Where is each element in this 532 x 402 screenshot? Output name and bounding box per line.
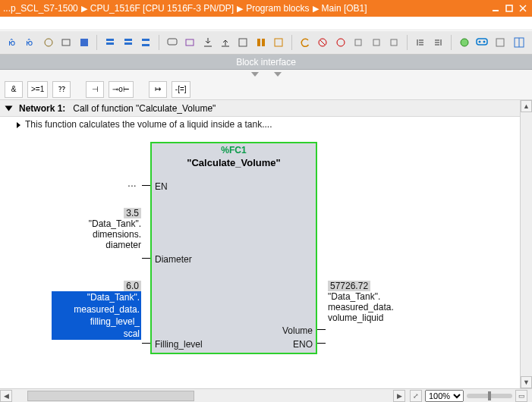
zoom-reset-button[interactable]: ▭	[515, 390, 527, 402]
fc-block[interactable]: %FC1 "Calculate_Volume" EN Diameter Fill…	[150, 142, 317, 354]
expand-icon[interactable]	[5, 105, 13, 111]
tool-icon[interactable]	[40, 34, 56, 51]
block-interface-header[interactable]: Block interface	[0, 55, 532, 70]
branch-button[interactable]: ↦	[149, 81, 167, 98]
ellipsis-input[interactable]: ...	[127, 177, 137, 189]
coil-button[interactable]: -[=]	[172, 81, 190, 98]
svg-point-25	[337, 39, 345, 46]
tool-icon[interactable]	[386, 34, 402, 51]
interface-collapse-row[interactable]	[0, 70, 532, 79]
pin-eno[interactable]: ENO	[293, 339, 313, 350]
tag-line-selected: scal	[52, 328, 141, 340]
tag-line-selected: filling_level_	[52, 316, 141, 328]
empty-box-button[interactable]: ⁇	[52, 81, 71, 98]
tag-value: 3.5	[124, 208, 141, 218]
svg-rect-14	[142, 44, 150, 46]
breadcrumb-segment[interactable]: CPU_1516F [CPU 1516F-3 PN/DP]	[90, 3, 234, 14]
tag-value: 6.0	[124, 281, 141, 291]
scroll-right-button[interactable]: ▶	[393, 390, 405, 402]
minimize-button[interactable]	[490, 3, 502, 14]
scroll-up-button[interactable]: ▲	[521, 100, 532, 112]
scroll-track[interactable]	[12, 390, 393, 402]
svg-rect-9	[106, 39, 114, 41]
svg-point-6	[45, 39, 52, 46]
tag-line-selected: measured_data.	[52, 303, 141, 316]
tool-icon[interactable]	[368, 34, 384, 51]
main-toolbar: ю̂ ю̂	[0, 30, 532, 55]
pin-volume[interactable]: Volume	[282, 325, 313, 336]
goto-next-icon[interactable]: ю̂	[22, 34, 38, 51]
network-title: Call of function "Calculate_Volume"	[73, 103, 216, 114]
scroll-down-button[interactable]: ▼	[521, 376, 532, 388]
svg-rect-27	[373, 39, 379, 46]
close-button[interactable]	[517, 3, 529, 14]
scroll-track[interactable]	[521, 112, 532, 376]
breadcrumb-sep: ▶	[81, 4, 87, 14]
tag-line: diameter	[67, 240, 141, 250]
fbd-canvas[interactable]: %FC1 "Calculate_Volume" EN Diameter Fill…	[0, 131, 520, 382]
svg-rect-19	[239, 39, 247, 46]
insert-row-icon[interactable]	[102, 34, 118, 51]
pin-diameter[interactable]: Diameter	[155, 254, 192, 265]
svg-rect-38	[477, 39, 487, 45]
pin-filling[interactable]: Filling_level	[155, 339, 203, 350]
svg-rect-12	[124, 42, 132, 45]
breadcrumb-segment[interactable]: ...p_SCL_S7-1500	[3, 3, 78, 14]
save-icon[interactable]	[76, 34, 92, 51]
tool-icon[interactable]	[253, 34, 269, 51]
refresh-icon[interactable]	[297, 34, 313, 51]
wire	[317, 343, 326, 344]
insert-row-icon[interactable]	[120, 34, 136, 51]
zoom-fit-button[interactable]: ⤢	[410, 390, 422, 402]
input-tag-diameter[interactable]: 3.5 "Data_Tank". dimensions. diameter	[67, 208, 141, 250]
network-editor[interactable]: Network 1: Call of function "Calculate_V…	[0, 100, 520, 388]
breadcrumb-segment[interactable]: Program blocks	[246, 3, 309, 14]
layout-icon[interactable]	[511, 34, 527, 51]
tool-icon[interactable]	[235, 34, 251, 51]
upload-icon[interactable]	[217, 34, 233, 51]
breadcrumb-segment[interactable]: Main [OB1]	[322, 3, 367, 14]
network-description: This function calculates the volume of a…	[25, 119, 272, 130]
tool-icon[interactable]	[58, 34, 74, 51]
wire	[317, 329, 326, 330]
scroll-thumb[interactable]	[27, 391, 194, 401]
spacer-row	[0, 17, 532, 30]
tag-line: measured_data.	[328, 302, 419, 312]
tool-icon[interactable]	[271, 34, 287, 51]
goto-prev-icon[interactable]: ю̂	[5, 34, 20, 51]
delete-icon[interactable]	[315, 34, 331, 51]
zoom-select[interactable]: 100%	[425, 390, 464, 402]
svg-line-24	[320, 40, 325, 45]
or-instruction-button[interactable]: >=1	[27, 81, 48, 98]
network-description-row[interactable]: This function calculates the volume of a…	[0, 117, 520, 131]
insert-row-icon[interactable]	[137, 34, 153, 51]
download-icon[interactable]	[200, 34, 216, 51]
maximize-button[interactable]	[503, 3, 515, 14]
tool-icon[interactable]	[332, 34, 348, 51]
svg-rect-28	[391, 39, 397, 46]
chart-icon[interactable]	[456, 34, 472, 51]
input-tag-filling-level[interactable]: 6.0 "Data_Tank". measured_data. filling_…	[52, 281, 141, 340]
output-tag-volume[interactable]: 57726.72 "Data_Tank". measured_data. vol…	[328, 281, 419, 323]
expand-icon[interactable]	[17, 122, 20, 128]
tool-icon[interactable]	[492, 34, 508, 51]
network-header[interactable]: Network 1: Call of function "Calculate_V…	[0, 100, 520, 117]
and-instruction-button[interactable]: &	[5, 81, 23, 98]
title-bar: ...p_SCL_S7-1500 ▶ CPU_1516F [CPU 1516F-…	[0, 0, 532, 17]
vertical-scrollbar[interactable]: ▲ ▼	[520, 100, 532, 388]
indent-right-icon[interactable]	[430, 34, 446, 51]
svg-rect-13	[142, 39, 150, 41]
tag-value: 57726.72	[328, 281, 370, 291]
comment-icon[interactable]	[164, 34, 180, 51]
neg-contact-button[interactable]: ⊸o⊢	[109, 81, 134, 98]
monitor-icon[interactable]	[474, 34, 490, 51]
pin-en[interactable]: EN	[155, 181, 168, 192]
contact-button[interactable]: ⊣	[86, 81, 104, 98]
svg-rect-20	[257, 39, 260, 46]
tool-icon[interactable]	[351, 34, 367, 51]
scroll-left-button[interactable]: ◀	[0, 390, 12, 402]
tag-icon[interactable]	[181, 34, 197, 51]
indent-left-icon[interactable]	[412, 34, 428, 51]
zoom-slider[interactable]	[467, 394, 512, 398]
zoom-slider-knob[interactable]	[488, 391, 491, 400]
